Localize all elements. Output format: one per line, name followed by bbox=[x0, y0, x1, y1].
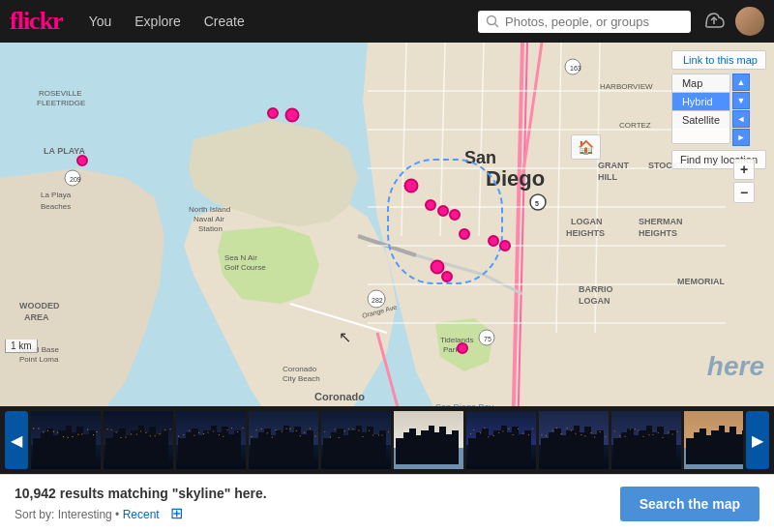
nav-explore[interactable]: Explore bbox=[123, 0, 192, 43]
refresh-icon[interactable]: ⊞ bbox=[170, 505, 183, 521]
nav-arrow-down[interactable]: ▼ bbox=[732, 92, 750, 109]
photo-thumbnail-4[interactable] bbox=[249, 411, 318, 469]
photo-pin-12[interactable] bbox=[457, 342, 468, 354]
thumbnails-container bbox=[31, 411, 743, 469]
svg-text:163: 163 bbox=[570, 65, 581, 72]
search-map-button[interactable]: Search the map bbox=[620, 487, 759, 521]
link-to-map[interactable]: Link to this map bbox=[671, 50, 766, 70]
photo-thumbnail-7[interactable] bbox=[466, 411, 536, 469]
svg-text:HARBORVIEW: HARBORVIEW bbox=[600, 82, 653, 91]
svg-text:Diego: Diego bbox=[486, 166, 545, 191]
photo-pin-4[interactable] bbox=[425, 199, 436, 211]
nav-arrow-left[interactable]: ◄ bbox=[732, 110, 750, 128]
svg-text:5: 5 bbox=[535, 200, 539, 207]
map-controls: Link to this map Map Hybrid Satellite ▲ … bbox=[671, 50, 766, 169]
svg-text:GRANT: GRANT bbox=[598, 161, 629, 170]
svg-text:North Island: North Island bbox=[189, 205, 230, 214]
zoom-controls: + − bbox=[733, 159, 755, 203]
svg-text:Station: Station bbox=[198, 224, 223, 233]
results-text-area: 10,942 results matching "skyline" here. … bbox=[15, 486, 620, 522]
photo-thumbnail-6[interactable] bbox=[394, 411, 463, 469]
svg-text:HILL: HILL bbox=[598, 172, 617, 182]
svg-text:La Playa: La Playa bbox=[41, 191, 72, 199]
svg-text:Coronado: Coronado bbox=[283, 365, 317, 373]
svg-point-0 bbox=[488, 16, 496, 25]
map-container: San Diego LA PLAYA La Playa Beaches Nort… bbox=[0, 43, 774, 532]
nav-create[interactable]: Create bbox=[193, 0, 256, 43]
results-count: 10,942 results matching "skyline" here. bbox=[15, 486, 620, 501]
nav-arrow-right[interactable]: ► bbox=[732, 129, 750, 146]
flickr-logo[interactable]: flickr bbox=[10, 7, 63, 36]
sort-area: Sort by: Interesting • Recent ⊞ bbox=[15, 504, 620, 522]
photo-thumbnail-8[interactable] bbox=[539, 411, 609, 469]
avatar[interactable] bbox=[735, 7, 764, 36]
zoom-out-btn[interactable]: − bbox=[733, 182, 755, 203]
svg-text:Point Loma: Point Loma bbox=[19, 355, 59, 364]
photo-thumbnail-10[interactable] bbox=[684, 411, 743, 469]
svg-text:MEMORIAL: MEMORIAL bbox=[677, 277, 725, 286]
sort-recent-link[interactable]: Recent bbox=[123, 508, 160, 521]
photo-thumbnail-5[interactable] bbox=[321, 411, 391, 469]
svg-text:CORTEZ: CORTEZ bbox=[619, 121, 651, 130]
map-type-satellite[interactable]: Satellite bbox=[672, 111, 729, 129]
svg-text:HEIGHTS: HEIGHTS bbox=[566, 228, 605, 238]
svg-text:209: 209 bbox=[70, 176, 81, 183]
here-logo: here bbox=[707, 351, 764, 382]
map-background: San Diego LA PLAYA La Playa Beaches Nort… bbox=[0, 43, 774, 439]
svg-line-1 bbox=[495, 24, 499, 28]
sort-interesting[interactable]: Interesting bbox=[58, 508, 112, 521]
photo-pin-1[interactable] bbox=[285, 108, 300, 123]
nav-arrow-up[interactable]: ▲ bbox=[732, 74, 750, 91]
sort-separator: • bbox=[115, 508, 123, 521]
photo-pin-6[interactable] bbox=[449, 209, 461, 221]
photo-thumbnail-3[interactable] bbox=[176, 411, 246, 469]
svg-text:San: San bbox=[464, 148, 496, 167]
photo-thumbnail-9[interactable] bbox=[611, 411, 681, 469]
strip-prev-btn[interactable]: ◀ bbox=[5, 411, 28, 469]
svg-text:Tidelands: Tidelands bbox=[440, 336, 473, 344]
svg-text:HEIGHTS: HEIGHTS bbox=[639, 228, 677, 238]
svg-text:Coronado: Coronado bbox=[314, 391, 365, 402]
photo-thumbnail-2[interactable] bbox=[104, 411, 173, 469]
photo-pin-8[interactable] bbox=[488, 235, 499, 247]
photo-pin-11[interactable] bbox=[441, 271, 453, 282]
home-icon[interactable]: 🏠 bbox=[571, 134, 601, 160]
svg-text:Beaches: Beaches bbox=[41, 202, 71, 211]
header: flickr You Explore Create bbox=[0, 0, 774, 43]
map-type-buttons: Map Hybrid Satellite bbox=[671, 74, 730, 144]
map-type-map[interactable]: Map bbox=[672, 74, 729, 93]
strip-next-btn[interactable]: ▶ bbox=[746, 411, 769, 469]
map-type-hybrid[interactable]: Hybrid bbox=[672, 93, 729, 111]
svg-text:75: 75 bbox=[484, 336, 491, 342]
photo-pin-9[interactable] bbox=[499, 240, 511, 251]
svg-text:Sea N Air: Sea N Air bbox=[224, 253, 257, 262]
search-input[interactable] bbox=[505, 15, 683, 29]
svg-text:WOODED: WOODED bbox=[19, 301, 60, 310]
scale-bar: 1 km bbox=[5, 340, 38, 353]
svg-text:SHERMAN: SHERMAN bbox=[639, 217, 683, 226]
upload-icon[interactable] bbox=[702, 10, 726, 34]
photo-pin-2[interactable] bbox=[76, 155, 88, 166]
photo-pin-0[interactable] bbox=[267, 107, 279, 119]
zoom-in-btn[interactable]: + bbox=[733, 159, 755, 180]
search-icon bbox=[486, 15, 499, 28]
sort-label: Sort by: bbox=[15, 508, 54, 521]
photo-pin-5[interactable] bbox=[437, 205, 449, 217]
svg-text:BARRIO: BARRIO bbox=[579, 284, 613, 294]
svg-text:LOGAN: LOGAN bbox=[579, 296, 610, 306]
photo-thumbnail-1[interactable] bbox=[31, 411, 101, 469]
photo-pin-7[interactable] bbox=[459, 228, 470, 240]
svg-text:Naval Air: Naval Air bbox=[194, 215, 224, 223]
svg-text:LOGAN: LOGAN bbox=[571, 217, 603, 226]
svg-text:ROSEVILLE: ROSEVILLE bbox=[39, 89, 81, 98]
svg-text:Golf Course: Golf Course bbox=[224, 263, 266, 272]
svg-text:FLEETRIDGE: FLEETRIDGE bbox=[37, 99, 85, 107]
photo-pin-3[interactable] bbox=[404, 179, 419, 193]
search-box bbox=[478, 11, 691, 33]
svg-text:City Beach: City Beach bbox=[283, 374, 320, 383]
photo-strip: ◀ ▶ bbox=[0, 406, 774, 474]
nav-you[interactable]: You bbox=[77, 0, 124, 43]
svg-text:282: 282 bbox=[372, 297, 383, 304]
svg-text:AREA: AREA bbox=[24, 312, 49, 322]
results-bar: 10,942 results matching "skyline" here. … bbox=[0, 474, 774, 532]
